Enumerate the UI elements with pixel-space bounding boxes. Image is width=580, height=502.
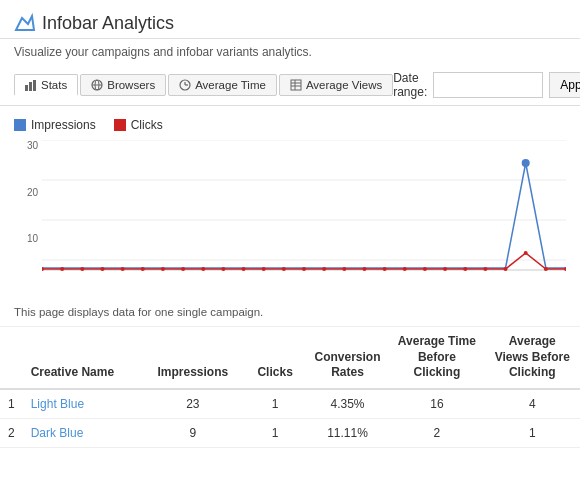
click-dot: [544, 267, 548, 271]
cell-conversion: 11.11%: [306, 418, 389, 447]
cell-avg-views: 1: [485, 418, 580, 447]
tab-average-time[interactable]: Average Time: [168, 74, 277, 96]
click-dot: [262, 267, 266, 271]
clicks-color: [114, 119, 126, 131]
table-row: 1 Light Blue 23 1 4.35% 16 4: [0, 389, 580, 419]
click-dot: [504, 267, 508, 271]
data-table: Creative Name Impressions Clicks Convers…: [0, 327, 580, 448]
cell-avg-views: 4: [485, 389, 580, 419]
svg-rect-10: [291, 80, 301, 90]
click-dot: [443, 267, 447, 271]
svg-rect-2: [29, 82, 32, 91]
svg-rect-3: [33, 80, 36, 91]
logo: Infobar Analytics: [14, 12, 174, 34]
click-dot: [80, 267, 84, 271]
impressions-peak-dot: [522, 159, 530, 167]
impressions-line: [42, 163, 566, 268]
click-dot: [423, 267, 427, 271]
cell-impressions: 9: [141, 418, 244, 447]
th-conversion-rates: Conversion Rates: [306, 327, 389, 389]
click-dot: [342, 267, 346, 271]
cell-avg-time: 2: [389, 418, 484, 447]
cell-creative-name[interactable]: Light Blue: [23, 389, 141, 419]
y-label-10: 10: [27, 233, 38, 244]
click-dot: [141, 267, 145, 271]
th-num: [0, 327, 23, 389]
page-title: Infobar Analytics: [42, 13, 174, 34]
click-dot: [242, 267, 246, 271]
date-range-label: Date range:: [393, 71, 427, 99]
table-header-row: Creative Name Impressions Clicks Convers…: [0, 327, 580, 389]
clock-icon: [179, 79, 191, 91]
click-dot: [282, 267, 286, 271]
legend-impressions: Impressions: [14, 118, 96, 132]
bar-chart-icon: [25, 79, 37, 91]
date-range-controls: Date range: Apply: [393, 71, 580, 99]
tab-stats[interactable]: Stats: [14, 74, 78, 96]
click-dot: [100, 267, 104, 271]
svg-rect-1: [25, 85, 28, 91]
page-header: Infobar Analytics: [0, 0, 580, 39]
cell-num: 2: [0, 418, 23, 447]
click-dot: [383, 267, 387, 271]
chart: 30 20 10: [14, 140, 566, 300]
creative-link[interactable]: Dark Blue: [31, 426, 84, 440]
click-dot: [362, 267, 366, 271]
svg-marker-0: [16, 16, 34, 30]
cell-clicks: 1: [245, 389, 306, 419]
click-dot: [121, 267, 125, 271]
click-dot: [463, 267, 467, 271]
click-dot: [201, 267, 205, 271]
chart-svg-container: [42, 140, 566, 300]
cell-impressions: 23: [141, 389, 244, 419]
apply-button[interactable]: Apply: [549, 72, 580, 98]
tab-group: Stats Browsers Average Time: [14, 74, 393, 96]
click-dot: [60, 267, 64, 271]
chart-svg: [42, 140, 566, 300]
table-row: 2 Dark Blue 9 1 11.11% 2 1: [0, 418, 580, 447]
date-range-input[interactable]: [433, 72, 543, 98]
th-avg-views: Average Views Before Clicking: [485, 327, 580, 389]
logo-icon: [14, 12, 36, 34]
chart-area: Impressions Clicks 30 20 10: [0, 106, 580, 300]
click-dot: [161, 267, 165, 271]
y-axis: 30 20 10: [14, 140, 42, 280]
cell-clicks: 1: [245, 418, 306, 447]
click-dot-peak: [524, 251, 528, 255]
cell-num: 1: [0, 389, 23, 419]
click-dot: [181, 267, 185, 271]
y-label-20: 20: [27, 187, 38, 198]
creative-link[interactable]: Light Blue: [31, 397, 84, 411]
cell-conversion: 4.35%: [306, 389, 389, 419]
legend-clicks: Clicks: [114, 118, 163, 132]
legend-impressions-label: Impressions: [31, 118, 96, 132]
chart-legend: Impressions Clicks: [14, 118, 566, 132]
th-clicks: Clicks: [245, 327, 306, 389]
impressions-color: [14, 119, 26, 131]
page-subtitle: Visualize your campaigns and infobar var…: [0, 39, 580, 65]
click-dot: [221, 267, 225, 271]
cell-creative-name[interactable]: Dark Blue: [23, 418, 141, 447]
click-dot: [403, 267, 407, 271]
tab-average-views[interactable]: Average Views: [279, 74, 393, 96]
th-creative-name: Creative Name: [23, 327, 141, 389]
click-dot: [322, 267, 326, 271]
click-dot: [483, 267, 487, 271]
th-impressions: Impressions: [141, 327, 244, 389]
globe-icon: [91, 79, 103, 91]
cell-avg-time: 16: [389, 389, 484, 419]
legend-clicks-label: Clicks: [131, 118, 163, 132]
toolbar: Stats Browsers Average Time: [0, 65, 580, 106]
y-label-30: 30: [27, 140, 38, 151]
chart-note: This page displays data for one single c…: [0, 300, 580, 327]
clicks-line: [42, 253, 566, 269]
th-avg-time: Average Time Before Clicking: [389, 327, 484, 389]
click-dot: [302, 267, 306, 271]
table-icon: [290, 79, 302, 91]
tab-browsers[interactable]: Browsers: [80, 74, 166, 96]
